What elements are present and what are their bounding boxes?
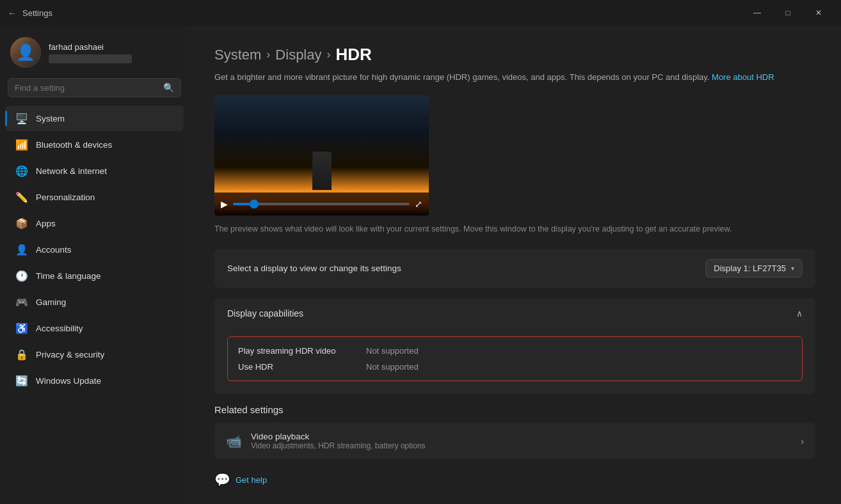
capabilities-body: Play streaming HDR video Not supported U…	[214, 329, 815, 394]
breadcrumb-system[interactable]: System	[214, 47, 261, 63]
nav-list: 🖥️System📶Bluetooth & devices🌐Network & i…	[0, 105, 189, 394]
progress-thumb	[250, 200, 259, 209]
windows-update-icon: 🔄	[15, 374, 28, 387]
sidebar-item-label-accessibility: Accessibility	[36, 324, 83, 333]
network-icon: 🌐	[15, 164, 28, 177]
title-bar: ← Settings — □ ✕	[0, 0, 841, 26]
footer: 💬 Get help	[214, 472, 815, 487]
chevron-down-icon: ▾	[791, 265, 794, 272]
video-preview: ▶ ⤢	[214, 95, 429, 216]
maximize-button[interactable]: □	[773, 3, 803, 23]
related-item-title: Video playback	[251, 432, 426, 441]
sidebar-item-label-bluetooth: Bluetooth & devices	[36, 140, 112, 150]
page-description: Get a brighter and more vibrant picture …	[214, 71, 815, 84]
related-item-left: 📹 Video playback Video adjustments, HDR …	[226, 432, 426, 450]
sidebar-item-label-time-language: Time & language	[36, 271, 101, 281]
expand-button[interactable]: ⤢	[415, 199, 422, 209]
gaming-icon: 🎮	[15, 295, 28, 308]
sidebar-item-personalization[interactable]: ✏️Personalization	[5, 184, 184, 210]
sidebar-item-windows-update[interactable]: 🔄Windows Update	[5, 368, 184, 393]
breadcrumb: System › Display › HDR	[214, 45, 815, 65]
display-selector-row: Select a display to view or change its s…	[214, 249, 815, 288]
capability-hdr-label: Use HDR	[238, 362, 353, 372]
related-settings-title: Related settings	[214, 404, 815, 415]
avatar-image	[10, 37, 41, 68]
user-email-placeholder	[49, 54, 132, 63]
search-box[interactable]: 🔍	[8, 78, 181, 97]
capability-hdr-status: Not supported	[366, 362, 419, 372]
title-bar-left: ← Settings	[8, 8, 52, 18]
title-bar-title: Settings	[22, 8, 52, 18]
sidebar-item-time-language[interactable]: 🕐Time & language	[5, 263, 184, 288]
video-controls: ▶ ⤢	[214, 193, 429, 216]
title-bar-controls: — □ ✕	[742, 3, 833, 23]
sidebar-item-privacy-security[interactable]: 🔒Privacy & security	[5, 342, 184, 367]
progress-fill	[233, 203, 254, 205]
content-area: System › Display › HDR Get a brighter an…	[189, 26, 841, 504]
avatar	[10, 37, 41, 68]
display-selector-label: Select a display to view or change its s…	[227, 264, 401, 273]
get-help-link[interactable]: Get help	[236, 475, 267, 485]
capability-row-hdr: Use HDR Not supported	[238, 362, 792, 372]
personalization-icon: ✏️	[15, 191, 28, 203]
video-playback-icon: 📹	[226, 434, 242, 449]
breadcrumb-sep-1: ›	[266, 48, 270, 61]
time-language-icon: 🕐	[15, 269, 28, 282]
minimize-button[interactable]: —	[742, 3, 772, 23]
breadcrumb-sep-2: ›	[327, 48, 331, 61]
search-input[interactable]	[15, 83, 158, 93]
sidebar: farhad pashaei 🔍 🖥️System📶Bluetooth & de…	[0, 26, 189, 504]
user-profile[interactable]: farhad pashaei	[0, 32, 189, 78]
chevron-right-icon: ›	[801, 436, 804, 446]
collapse-icon: ∧	[796, 308, 803, 319]
progress-bar[interactable]	[233, 203, 410, 205]
user-name: farhad pashaei	[49, 42, 132, 52]
sidebar-item-label-system: System	[36, 114, 65, 123]
sidebar-item-apps[interactable]: 📦Apps	[5, 210, 184, 236]
sidebar-item-bluetooth[interactable]: 📶Bluetooth & devices	[5, 132, 184, 157]
sidebar-item-label-privacy-security: Privacy & security	[36, 350, 104, 359]
play-button[interactable]: ▶	[221, 199, 228, 209]
search-icon: 🔍	[163, 83, 174, 93]
privacy-security-icon: 🔒	[15, 348, 28, 361]
sidebar-item-network[interactable]: 🌐Network & internet	[5, 158, 184, 184]
main-layout: farhad pashaei 🔍 🖥️System📶Bluetooth & de…	[0, 26, 841, 504]
capability-streaming-status: Not supported	[366, 346, 419, 356]
sidebar-item-label-windows-update: Windows Update	[36, 376, 101, 386]
sidebar-item-label-gaming: Gaming	[36, 297, 66, 307]
capabilities-section: Display capabilities ∧ Play streaming HD…	[214, 298, 815, 394]
display-selector-section: Select a display to view or change its s…	[214, 249, 815, 288]
sidebar-item-accessibility[interactable]: ♿Accessibility	[5, 315, 184, 341]
preview-note: The preview shows what video will look l…	[214, 223, 815, 235]
sidebar-item-label-personalization: Personalization	[36, 193, 95, 202]
display-selector-value: Display 1: LF27T35	[714, 264, 786, 273]
display-selector-dropdown[interactable]: Display 1: LF27T35 ▾	[705, 259, 803, 278]
breadcrumb-hdr: HDR	[336, 45, 372, 65]
capabilities-header[interactable]: Display capabilities ∧	[214, 298, 815, 329]
user-info: farhad pashaei	[49, 42, 132, 63]
apps-icon: 📦	[15, 217, 28, 230]
system-icon: 🖥️	[15, 112, 28, 125]
sidebar-item-gaming[interactable]: 🎮Gaming	[5, 289, 184, 315]
back-button[interactable]: ←	[8, 8, 16, 18]
related-item-subtitle: Video adjustments, HDR streaming, batter…	[251, 441, 426, 450]
bluetooth-icon: 📶	[15, 138, 28, 151]
capabilities-title: Display capabilities	[227, 308, 303, 319]
related-item-text: Video playback Video adjustments, HDR st…	[251, 432, 426, 450]
accounts-icon: 👤	[15, 243, 28, 256]
sidebar-item-label-network: Network & internet	[36, 166, 107, 176]
more-about-hdr-link[interactable]: More about HDR	[712, 72, 774, 82]
close-button[interactable]: ✕	[804, 3, 833, 23]
help-icon: 💬	[214, 472, 230, 487]
video-figure	[312, 152, 332, 190]
related-video-playback[interactable]: 📹 Video playback Video adjustments, HDR …	[214, 423, 815, 459]
capability-box: Play streaming HDR video Not supported U…	[227, 336, 803, 381]
breadcrumb-display[interactable]: Display	[275, 47, 321, 63]
sidebar-item-label-accounts: Accounts	[36, 245, 72, 255]
sidebar-item-label-apps: Apps	[36, 219, 56, 228]
capability-streaming-label: Play streaming HDR video	[238, 346, 353, 356]
sidebar-item-accounts[interactable]: 👤Accounts	[5, 237, 184, 262]
accessibility-icon: ♿	[15, 322, 28, 335]
sidebar-item-system[interactable]: 🖥️System	[5, 106, 184, 131]
capability-row-streaming: Play streaming HDR video Not supported	[238, 346, 792, 356]
